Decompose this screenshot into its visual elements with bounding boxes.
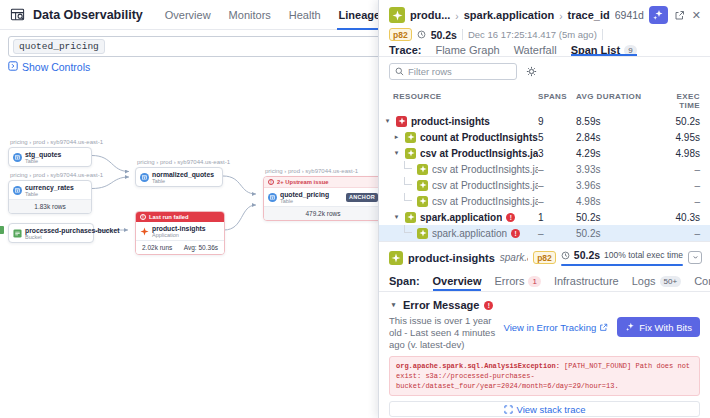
resource-name: spark.application bbox=[432, 228, 507, 239]
search-icon bbox=[395, 67, 404, 76]
search-filter-tag[interactable]: quoted_pricing bbox=[13, 39, 105, 54]
column-header-spans: SPANS bbox=[538, 92, 576, 110]
show-controls-button[interactable]: Show Controls bbox=[8, 61, 90, 73]
node-normalized-quotes[interactable]: pricing › prod › syb97044.us-east-1 norm… bbox=[135, 167, 223, 187]
row-exec-time: 4.98s bbox=[654, 148, 700, 159]
chevron-down-icon[interactable]: ▾ bbox=[392, 149, 401, 157]
span-tab-errors[interactable]: Errors1 bbox=[494, 271, 540, 291]
nav-tab-health[interactable]: Health bbox=[287, 0, 323, 30]
tree-connector bbox=[404, 193, 412, 201]
bits-ai-button[interactable] bbox=[649, 6, 668, 24]
span-row[interactable]: ▾product-insights98.59s50.2s bbox=[379, 113, 710, 129]
clipped-bucket-node bbox=[0, 226, 4, 234]
row-resource: ▸count at ProductInsights.java:51 bbox=[392, 132, 538, 143]
node-row-count: 479.2k rows bbox=[264, 206, 382, 220]
settings-gear-icon[interactable] bbox=[526, 66, 537, 77]
error-message-box: org.apache.spark.sql.AnalysisException: … bbox=[389, 356, 700, 396]
chevron-right-icon[interactable]: ▸ bbox=[392, 133, 401, 141]
span-tab-logs[interactable]: Logs50+ bbox=[632, 271, 681, 291]
table-icon bbox=[13, 153, 22, 162]
trace-breadcrumb: produ... spark.application trace_id 6941… bbox=[379, 0, 710, 24]
row-resource: csv at ProductInsights.java:50 bbox=[401, 196, 538, 207]
column-header-avg-duration: AVG DURATION bbox=[576, 92, 654, 110]
divider bbox=[462, 29, 463, 40]
span-row[interactable]: csv at ProductInsights.java:50–3.93s– bbox=[379, 161, 710, 177]
close-icon[interactable]: ✕ bbox=[691, 9, 702, 22]
tab-label: Overview bbox=[433, 275, 482, 287]
spark-app-icon bbox=[140, 227, 149, 236]
open-full-page-icon[interactable] bbox=[673, 10, 686, 21]
spark-icon bbox=[417, 164, 428, 175]
span-tab-overview[interactable]: Overview bbox=[433, 271, 482, 291]
tab-label: Infrastructure bbox=[554, 275, 619, 287]
resource-name: count at ProductInsights.java:51 bbox=[420, 132, 538, 143]
filter-rows-input[interactable]: Filter rows bbox=[389, 63, 517, 80]
row-spans: 9 bbox=[538, 116, 576, 127]
trace-view-tabs: Trace: Flame GraphWaterfallSpan List9 bbox=[379, 41, 710, 57]
row-exec-time: – bbox=[654, 196, 700, 207]
page-title: Data Observability bbox=[33, 8, 143, 22]
trace-meta: p82 50.2s Dec 16 17:25:14.417 (5m ago) bbox=[379, 24, 710, 41]
resource-name: product-insights bbox=[411, 116, 490, 127]
span-row[interactable]: csv at ProductInsights.java:50–3.96s– bbox=[379, 177, 710, 193]
breadcrumb-operation[interactable]: spark.application bbox=[464, 9, 554, 21]
node-env-label: pricing › prod › syb97044.us-east-1 bbox=[265, 168, 358, 174]
span-row[interactable]: ▾csv at ProductInsights.java:5034.29s4.9… bbox=[379, 145, 710, 161]
row-avg-duration: 2.84s bbox=[576, 132, 654, 143]
node-product-insights[interactable]: ! Last run failed product-insights Appli… bbox=[135, 211, 225, 255]
exec-time-bar bbox=[561, 264, 683, 267]
span-tab-configuration[interactable]: Configuration bbox=[694, 271, 710, 291]
breadcrumb-service[interactable]: produ... bbox=[410, 9, 450, 21]
warning-icon: ! bbox=[268, 179, 274, 185]
node-currency-rates[interactable]: pricing › prod › syb97044.us-east-1 curr… bbox=[8, 180, 92, 214]
trace-timestamp: Dec 16 17:25:14.417 (5m ago) bbox=[468, 29, 597, 40]
trace-view-tab-flame-graph[interactable]: Flame Graph bbox=[435, 44, 499, 56]
row-spans: 1 bbox=[538, 212, 576, 223]
lineage-graph: pricing › prod › syb97044.us-east-1 stg_… bbox=[0, 80, 378, 418]
node-processed-purchases-bucket[interactable]: processed-purchases-bucket Bucket bbox=[8, 223, 94, 243]
chevron-down-icon[interactable]: ▾ bbox=[392, 213, 401, 221]
row-avg-duration: 4.98s bbox=[576, 196, 654, 207]
latency-percentile-badge: p82 bbox=[389, 28, 412, 41]
fix-with-bits-button[interactable]: Fix With Bits bbox=[617, 317, 700, 337]
node-env-label: pricing › prod › syb97044.us-east-1 bbox=[10, 172, 103, 178]
tab-label: Configuration bbox=[694, 275, 710, 287]
node-quoted-pricing[interactable]: pricing › prod › syb97044.us-east-1 ! 2+… bbox=[263, 176, 383, 221]
span-row[interactable]: ▸count at ProductInsights.java:5152.84s4… bbox=[379, 129, 710, 145]
span-row[interactable]: ▾spark.application!150.2s40.3s bbox=[379, 209, 710, 225]
chevron-down-icon[interactable]: ▾ bbox=[383, 117, 392, 125]
view-in-error-tracking-link[interactable]: View in Error Tracking bbox=[503, 322, 608, 333]
clock-icon bbox=[561, 251, 570, 260]
nav-tab-lineage[interactable]: Lineage bbox=[337, 0, 383, 30]
row-exec-time: 40.3s bbox=[654, 212, 700, 223]
error-badge-icon: ! bbox=[484, 301, 493, 310]
table-icon bbox=[140, 173, 149, 182]
nav-tab-overview[interactable]: Overview bbox=[163, 0, 213, 30]
spark-service-icon bbox=[389, 251, 403, 265]
node-avg-duration: Avg: 50.36s bbox=[184, 244, 218, 251]
node-title: quoted_pricing bbox=[280, 191, 329, 198]
collapse-panel-icon[interactable] bbox=[688, 251, 702, 264]
spark-icon bbox=[417, 196, 428, 207]
view-stack-trace-button[interactable]: View stack trace bbox=[389, 401, 700, 417]
span-tab-infrastructure[interactable]: Infrastructure bbox=[554, 271, 619, 291]
trace-id-value: 6941dc4e0000000027d16f73... bbox=[615, 9, 644, 21]
tab-count-badge: 50+ bbox=[660, 276, 682, 287]
span-row[interactable]: spark.application!–50.2s– bbox=[379, 225, 710, 241]
clock-icon bbox=[417, 30, 426, 39]
error-message-section-header[interactable]: ▾ Error Message ! bbox=[379, 292, 710, 313]
tree-connector bbox=[404, 225, 412, 233]
row-exec-time: 4.95s bbox=[654, 132, 700, 143]
span-operation-name: spark.applic... bbox=[500, 252, 528, 263]
node-title: product-insights bbox=[152, 225, 206, 232]
trace-view-tab-span-list[interactable]: Span List9 bbox=[571, 44, 637, 56]
resource-name: spark.application bbox=[420, 212, 502, 223]
span-row[interactable]: csv at ProductInsights.java:50–4.98s– bbox=[379, 193, 710, 209]
tab-label: Span List bbox=[571, 44, 621, 56]
show-controls-label: Show Controls bbox=[22, 61, 90, 73]
trace-duration: 50.2s bbox=[431, 29, 457, 41]
trace-tabs-label: Trace: bbox=[389, 44, 421, 56]
node-stg-quotes[interactable]: pricing › prod › syb97044.us-east-1 stg_… bbox=[8, 147, 92, 167]
nav-tab-monitors[interactable]: Monitors bbox=[227, 0, 273, 30]
trace-view-tab-waterfall[interactable]: Waterfall bbox=[514, 44, 557, 56]
